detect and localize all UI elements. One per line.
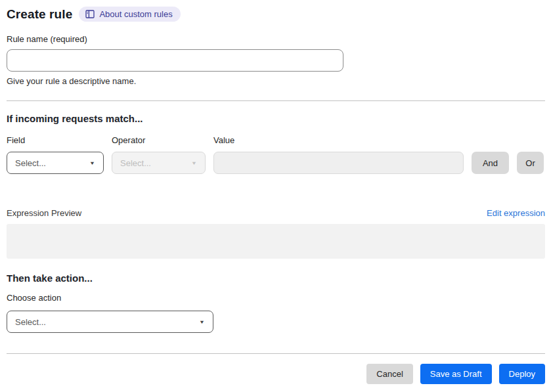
expression-header: Expression Preview Edit expression <box>7 208 545 218</box>
field-select[interactable]: Select... ▼ <box>7 152 104 174</box>
rule-name-label: Rule name (required) <box>7 34 545 44</box>
book-icon <box>85 10 95 18</box>
section-divider-top <box>7 100 545 101</box>
chevron-down-icon: ▼ <box>89 160 95 166</box>
expression-preview-box <box>7 224 545 259</box>
about-custom-rules-badge[interactable]: About custom rules <box>79 7 180 22</box>
field-label: Field <box>7 135 104 145</box>
edit-expression-link[interactable]: Edit expression <box>487 208 545 218</box>
footer-actions: Cancel Save as Draft Deploy <box>7 364 545 384</box>
cancel-button[interactable]: Cancel <box>366 364 412 384</box>
value-input <box>213 152 464 174</box>
rule-name-input[interactable] <box>7 49 343 72</box>
choose-action-value: Select... <box>15 317 46 327</box>
match-condition-row: Field Operator Value Select... ▼ Select.… <box>7 135 545 174</box>
chevron-down-icon: ▼ <box>199 319 205 325</box>
badge-label: About custom rules <box>99 10 172 18</box>
save-as-draft-button[interactable]: Save as Draft <box>420 364 492 384</box>
value-label: Value <box>213 135 464 145</box>
page-title: Create rule <box>7 7 72 22</box>
field-select-value: Select... <box>15 158 46 168</box>
and-button[interactable]: And <box>472 152 509 174</box>
choose-action-select[interactable]: Select... ▼ <box>7 311 213 333</box>
operator-select-value: Select... <box>120 158 151 168</box>
operator-select: Select... ▼ <box>112 152 206 174</box>
rule-name-helper: Give your rule a descriptive name. <box>7 76 545 86</box>
create-rule-page: Create rule About custom rules Rule name… <box>0 0 551 384</box>
operator-label: Operator <box>112 135 206 145</box>
or-button[interactable]: Or <box>517 152 544 174</box>
section-divider-bottom <box>7 353 545 354</box>
page-header: Create rule About custom rules <box>7 7 545 22</box>
expression-preview-label: Expression Preview <box>7 208 81 218</box>
match-section-heading: If incoming requests match... <box>7 113 545 124</box>
deploy-button[interactable]: Deploy <box>499 364 545 384</box>
chevron-down-icon: ▼ <box>191 160 197 166</box>
choose-action-label: Choose action <box>7 293 545 303</box>
action-section-heading: Then take action... <box>7 272 545 284</box>
